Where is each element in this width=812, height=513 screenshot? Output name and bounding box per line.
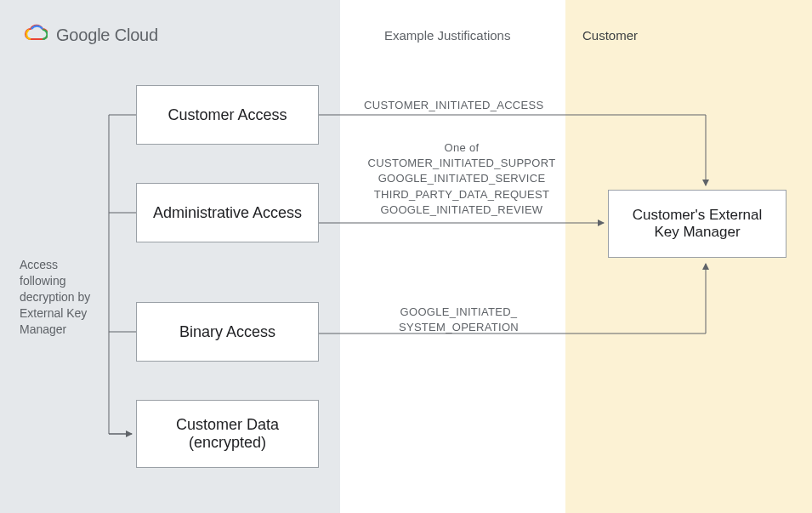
- column-header-customer: Customer: [582, 28, 638, 43]
- justification-customer-initiated: CUSTOMER_INITIATED_ACCESS: [364, 98, 543, 113]
- justification-admin-list: One of CUSTOMER_INITIATED_SUPPORT GOOGLE…: [364, 140, 559, 218]
- column-justifications: [340, 0, 565, 513]
- box-administrative-access: Administrative Access: [136, 183, 319, 242]
- box-binary-access: Binary Access: [136, 302, 319, 362]
- box-external-key-manager: Customer's External Key Manager: [608, 190, 786, 258]
- google-cloud-logo: Google Cloud: [24, 24, 158, 46]
- column-header-justifications: Example Justifications: [384, 28, 510, 43]
- logo-text: Google Cloud: [56, 26, 158, 45]
- side-label-decryption: Access following decryption by External …: [20, 257, 100, 337]
- box-customer-access: Customer Access: [136, 85, 319, 145]
- cloud-icon: [24, 24, 48, 46]
- box-customer-data: Customer Data (encrypted): [136, 400, 319, 468]
- justification-binary: GOOGLE_INITIATED_ SYSTEM_OPERATION: [384, 305, 533, 335]
